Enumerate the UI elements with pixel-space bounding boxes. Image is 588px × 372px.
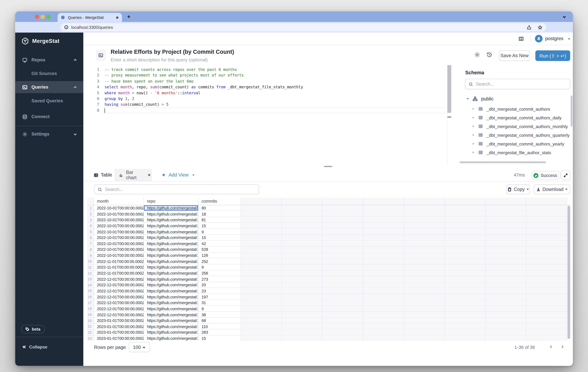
table-cell[interactable]: https://github.com/mergestat/...: [144, 306, 199, 311]
tab-bar-chart[interactable]: Bar chart: [115, 169, 151, 181]
tree-collapsed-caret-icon[interactable]: [472, 116, 475, 119]
table-cell[interactable]: 2022-12-01T00:00:00.000Z: [94, 276, 144, 282]
table-cell[interactable]: 2022-10-01T00:00:00.000Z: [94, 229, 144, 234]
table-cell[interactable]: 2023-01-01T00:00:00.000Z: [94, 335, 144, 341]
schema-table-item[interactable]: _dbt_mergestat_commit_authors_monthly: [459, 122, 571, 131]
add-view-button[interactable]: Add View: [161, 169, 195, 181]
table-row[interactable]: 62022-10-01T00:00:00.000Zhttps://github.…: [87, 235, 571, 241]
rows-per-page-select[interactable]: 100: [129, 342, 150, 352]
table-cell[interactable]: https://github.com/mergestat/...: [144, 276, 199, 282]
table-cell[interactable]: https://github.com/mergestat/...: [144, 223, 199, 228]
table-row[interactable]: 202023-01-01T00:00:00.000Zhttps://github…: [87, 318, 571, 324]
table-cell[interactable]: 528: [199, 247, 241, 252]
tree-expanded-caret-icon[interactable]: [466, 97, 469, 100]
minimize-window-button[interactable]: [41, 15, 45, 19]
address-bar[interactable]: localhost:3300/queries: [61, 23, 546, 31]
table-cell[interactable]: 23: [199, 288, 241, 294]
table-cell[interactable]: https://github.com/mergestat/...: [144, 229, 199, 234]
table-cell[interactable]: 2023-01-01T00:00:00.000Z: [94, 330, 144, 335]
browser-tab[interactable]: Queries - MergeStat: [58, 13, 122, 22]
user-menu-caret-icon[interactable]: [567, 38, 571, 41]
table-cell[interactable]: 256: [199, 270, 241, 276]
tab-table[interactable]: Table: [91, 169, 115, 181]
editor-scrollbar-thumb[interactable]: [447, 65, 451, 113]
sidebar-item-settings[interactable]: Settings: [15, 128, 83, 140]
table-cell[interactable]: 31: [199, 300, 241, 305]
new-tab-button[interactable]: [126, 14, 131, 19]
table-cell[interactable]: https://github.com/mergestat/...: [144, 282, 199, 288]
table-cell[interactable]: https://github.com/mergestat/...: [144, 324, 199, 329]
sidebar-item-queries[interactable]: Queries: [15, 81, 83, 93]
table-cell[interactable]: 68: [199, 318, 241, 323]
download-button[interactable]: Download: [534, 185, 570, 194]
sql-editor[interactable]: 12345678 -- track commit counts across r…: [83, 66, 451, 166]
tree-collapsed-caret-icon[interactable]: [472, 107, 475, 111]
table-row[interactable]: 32022-10-01T00:00:00.000Zhttps://github.…: [87, 217, 571, 223]
table-cell[interactable]: 80: [199, 205, 241, 211]
close-window-button[interactable]: [35, 15, 39, 19]
query-history-icon[interactable]: [486, 52, 493, 58]
table-row[interactable]: 72022-10-01T00:00:00.000Zhttps://github.…: [87, 241, 571, 247]
app-logo[interactable]: MergeStat: [21, 36, 60, 46]
editor-code-line[interactable]: having sum(commit_count) > 5: [105, 102, 303, 107]
save-as-new-button[interactable]: Save As New: [499, 50, 530, 61]
table-cell[interactable]: 81: [199, 217, 241, 222]
table-cell[interactable]: 15: [199, 335, 241, 341]
table-row[interactable]: 42022-10-01T00:00:00.000Zhttps://github.…: [87, 223, 571, 229]
table-cell[interactable]: 252: [199, 258, 241, 264]
table-cell[interactable]: 15: [199, 235, 241, 240]
table-row[interactable]: 132022-12-01T00:00:00.000Zhttps://github…: [87, 276, 571, 282]
table-row[interactable]: 112022-11-01T00:00:00.000Zhttps://github…: [87, 264, 571, 270]
schema-hscrollbar[interactable]: [460, 161, 570, 163]
prev-page-icon[interactable]: [549, 344, 554, 349]
table-cell[interactable]: 2022-11-01T00:00:00.000Z: [94, 270, 144, 276]
column-header[interactable]: month: [94, 198, 144, 205]
table-cell[interactable]: https://github.com/mergestat/...: [144, 335, 199, 341]
table-cell[interactable]: https://github.com/mergestat/...: [144, 288, 199, 294]
table-row[interactable]: 142022-12-01T00:00:00.000Zhttps://github…: [87, 282, 571, 288]
table-cell[interactable]: 197: [199, 294, 241, 300]
collapse-sidebar-button[interactable]: Collapse: [22, 340, 47, 354]
table-cell[interactable]: 2022-12-01T00:00:00.000Z: [94, 306, 144, 311]
query-settings-gear-icon[interactable]: [474, 52, 480, 58]
editor-code-line[interactable]: -- have been spent on over the last 6mo: [105, 78, 303, 84]
table-row[interactable]: 162022-12-01T00:00:00.000Zhttps://github…: [87, 294, 571, 300]
table-cell[interactable]: 2022-12-01T00:00:00.000Z: [94, 288, 144, 294]
next-page-icon[interactable]: [560, 344, 565, 349]
table-row[interactable]: 12022-10-01T00:00:00.000Zhttps://github.…: [87, 205, 571, 211]
editor-scrollbar[interactable]: [447, 65, 451, 165]
schema-scrollbar[interactable]: [571, 95, 572, 160]
sidebar-item-saved-queries[interactable]: Saved Queries: [15, 95, 83, 107]
table-cell[interactable]: 2023-01-01T00:00:00.000Z: [94, 318, 144, 323]
table-cell[interactable]: 38: [199, 312, 241, 317]
table-cell[interactable]: https://github.com/mergestat/...: [144, 241, 199, 246]
table-cell[interactable]: https://github.com/mergestat/...: [144, 253, 199, 258]
tab-close-icon[interactable]: [116, 16, 119, 19]
table-cell[interactable]: 2022-10-01T00:00:00.000Z: [94, 205, 144, 211]
table-row[interactable]: 122022-11-01T00:00:00.000Zhttps://github…: [87, 270, 571, 276]
table-cell[interactable]: 2022-10-01T00:00:00.000Z: [94, 211, 144, 217]
table-cell[interactable]: https://github.com/mergestat/...: [144, 217, 199, 222]
schema-root-node[interactable]: public: [459, 95, 571, 103]
table-cell[interactable]: 2022-10-01T00:00:00.000Z: [94, 235, 144, 240]
table-cell[interactable]: https://github.com/mergestat/...: [144, 235, 199, 240]
schema-table-item[interactable]: _dbt_mergestat_file_author_stats: [459, 148, 571, 157]
table-cell[interactable]: 2022-10-01T00:00:00.000Z: [94, 253, 144, 258]
schema-table-item[interactable]: _dbt_mergestat_commit_authors_yearly: [459, 139, 571, 148]
table-cell[interactable]: 42: [199, 241, 241, 246]
table-cell[interactable]: 273: [199, 276, 241, 282]
sidebar-item-connect[interactable]: Connect: [15, 111, 83, 123]
table-cell[interactable]: 2022-12-01T00:00:00.000Z: [94, 294, 144, 300]
close-tab-icon[interactable]: [147, 173, 151, 177]
results-search-input[interactable]: Search...: [94, 185, 259, 194]
editor-code-line[interactable]: group by 1, 2: [105, 96, 303, 102]
table-cell[interactable]: https://github.com/mergestat/...: [144, 312, 199, 317]
schema-table-item[interactable]: _dbt_mergestat_commit_authors: [459, 104, 571, 113]
table-cell[interactable]: 18: [199, 211, 241, 217]
table-cell[interactable]: 9: [199, 264, 241, 270]
schema-table-item[interactable]: _dbt_mergestat_commit_authors_daily: [459, 113, 571, 122]
editor-code-line[interactable]: -- proxy measurement to see what project…: [105, 72, 303, 78]
table-cell[interactable]: https://github.com/mergestat/...: [144, 247, 199, 252]
table-cell[interactable]: 2022-10-01T00:00:00.000Z: [94, 241, 144, 246]
table-row[interactable]: 212023-01-01T00:00:00.000Zhttps://github…: [87, 324, 571, 330]
